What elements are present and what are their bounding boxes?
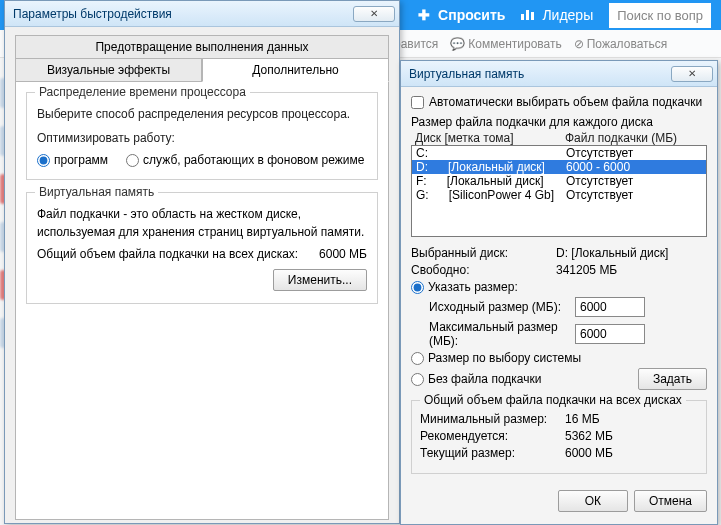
selected-drive-label: Выбранный диск: — [411, 246, 556, 260]
advanced-panel: Распределение времени процессора Выберит… — [15, 82, 389, 520]
drive-row[interactable]: G: [SiliconPower 4 Gb] Отсутствует — [412, 188, 706, 202]
virtual-memory-group: Виртуальная память Файл подкачки - это о… — [26, 192, 378, 304]
free-space-label: Свободно: — [411, 263, 556, 277]
drive-row[interactable]: F: [Локальный диск] Отсутствует — [412, 174, 706, 188]
rec-size-label: Рекомендуется: — [420, 429, 565, 443]
min-size-value: 16 МБ — [565, 412, 698, 426]
radio-programs[interactable]: программ — [37, 153, 108, 167]
dialog-title: Параметры быстродействия — [13, 7, 353, 21]
radio-custom-size[interactable]: Указать размер: — [411, 280, 518, 294]
radio-system-size[interactable]: Размер по выбору системы — [411, 351, 581, 365]
dialog-titlebar: Параметры быстродействия ✕ — [5, 1, 399, 27]
radio-system-input[interactable] — [411, 352, 424, 365]
cpu-desc: Выберите способ распределения ресурсов п… — [37, 107, 367, 121]
min-size-label: Минимальный размер: — [420, 412, 565, 426]
close-icon: ✕ — [370, 8, 378, 19]
radio-services-input[interactable] — [126, 154, 139, 167]
leaders-button[interactable]: Лидеры — [513, 3, 601, 27]
close-icon: ✕ — [688, 68, 696, 79]
ok-button[interactable]: ОК — [558, 490, 628, 512]
cur-size-label: Текущий размер: — [420, 446, 565, 460]
free-space-value: 341205 МБ — [556, 263, 707, 277]
comment-action[interactable]: 💬 Комментировать — [450, 37, 561, 51]
tab-dep[interactable]: Предотвращение выполнения данных — [15, 35, 389, 59]
report-action[interactable]: ⊘ Пожаловаться — [574, 37, 668, 51]
cancel-button[interactable]: Отмена — [634, 490, 707, 512]
close-button[interactable]: ✕ — [353, 6, 395, 22]
performance-options-dialog: Параметры быстродействия ✕ Предотвращени… — [4, 0, 400, 524]
drive-row[interactable]: D: [Локальный диск] 6000 - 6000 — [412, 160, 706, 174]
initial-size-input[interactable] — [575, 297, 645, 317]
radio-no-pagefile[interactable]: Без файла подкачки — [411, 372, 541, 386]
tab-visual-effects[interactable]: Визуальные эффекты — [15, 59, 202, 82]
vm-desc-line2: используемая для хранения страниц виртуа… — [37, 225, 367, 239]
set-button[interactable]: Задать — [638, 368, 707, 390]
change-button[interactable]: Изменить... — [273, 269, 367, 291]
optimize-label: Оптимизировать работу: — [37, 131, 367, 145]
ask-button[interactable]: Спросить — [410, 3, 513, 27]
radio-programs-input[interactable] — [37, 154, 50, 167]
radio-custom-input[interactable] — [411, 281, 424, 294]
col-drive: Диск [метка тома] — [411, 131, 561, 145]
bars-icon — [521, 10, 534, 20]
cur-size-value: 6000 МБ — [565, 446, 698, 460]
per-drive-label: Размер файла подкачки для каждого диска — [411, 115, 707, 129]
plus-icon — [418, 7, 434, 23]
cpu-scheduling-group: Распределение времени процессора Выберит… — [26, 92, 378, 180]
vm-total-value: 6000 МБ — [319, 247, 367, 261]
vm-dialog-title: Виртуальная память — [409, 67, 671, 81]
max-size-input[interactable] — [575, 324, 645, 344]
col-pagefile: Файл подкачки (МБ) — [561, 131, 707, 145]
auto-manage-label: Автоматически выбирать объем файла подка… — [429, 95, 702, 109]
vm-desc-line1: Файл подкачки - это область на жестком д… — [37, 207, 367, 221]
initial-size-label: Исходный размер (МБ): — [411, 300, 569, 314]
max-size-label: Максимальный размер (МБ): — [411, 320, 569, 348]
rec-size-value: 5362 МБ — [565, 429, 698, 443]
radio-services[interactable]: служб, работающих в фоновом режиме — [126, 153, 364, 167]
auto-manage-checkbox[interactable] — [411, 96, 424, 109]
leaders-label: Лидеры — [542, 7, 593, 23]
vm-group-legend: Виртуальная память — [35, 185, 158, 199]
radio-none-input[interactable] — [411, 373, 424, 386]
drive-list[interactable]: C: Отсутствует D: [Локальный диск] 6000 … — [411, 145, 707, 237]
cpu-group-legend: Распределение времени процессора — [35, 85, 250, 99]
selected-drive-value: D: [Локальный диск] — [556, 246, 707, 260]
ask-label: Спросить — [438, 7, 505, 23]
total-group-legend: Общий объем файла подкачки на всех диска… — [420, 393, 686, 407]
total-group: Общий объем файла подкачки на всех диска… — [411, 400, 707, 474]
drive-row[interactable]: C: Отсутствует — [412, 146, 706, 160]
tab-advanced[interactable]: Дополнительно — [202, 59, 389, 82]
vm-close-button[interactable]: ✕ — [671, 66, 713, 82]
virtual-memory-dialog: Виртуальная память ✕ Автоматически выбир… — [400, 60, 718, 525]
drive-list-header: Диск [метка тома] Файл подкачки (МБ) — [411, 131, 707, 145]
vm-dialog-titlebar: Виртуальная память ✕ — [401, 61, 717, 87]
vm-total-label: Общий объем файла подкачки на всех диска… — [37, 247, 319, 261]
search-input[interactable]: Поиск по вопр — [609, 3, 711, 28]
